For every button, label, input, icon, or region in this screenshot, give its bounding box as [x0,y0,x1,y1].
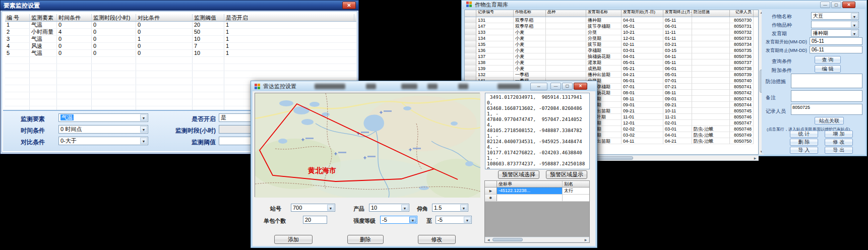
table-row[interactable]: 2小时雨量400501 [5,29,356,36]
column-header[interactable]: 时间条件 [57,14,92,21]
column-header[interactable]: 监测时段(小时) [92,14,136,21]
modify-button[interactable]: 修改 [418,235,456,244]
close-button[interactable]: ✕ [842,2,855,8]
measure-textarea[interactable] [791,74,862,88]
table-row[interactable]: 136小麦孕穗期03-0103-158050735 [465,47,758,53]
chevron-down-icon[interactable]: ▼ [140,114,147,121]
stage-start-input[interactable]: 05-11 [810,37,862,45]
grid-cell-alias[interactable]: 太行 [563,188,589,194]
grid-cell-empty[interactable] [563,195,589,201]
add-button[interactable]: 添加 [274,235,313,244]
stage-end-input[interactable]: 06-11 [810,46,862,53]
table-row[interactable]: 131双季早稻播种期04-0105-118050730 [465,17,758,23]
grid-row[interactable]: ▶ -45122.12238... 太行 [485,188,589,195]
variety-combo[interactable]: ▼ [811,21,859,28]
scroll-right-icon[interactable]: ▶ [583,237,589,242]
table-row[interactable]: 4风速00071 [5,43,356,50]
modify-button[interactable]: 修 改 [825,139,853,146]
scroll-left-icon[interactable]: ◀ [485,237,491,242]
chevron-down-icon[interactable]: ▼ [464,217,471,223]
table-row[interactable]: 137小麦抽穗扬花期04-0104-118050736 [465,53,758,59]
minimize-button[interactable]: — [820,2,830,8]
chevron-down-icon[interactable]: ▼ [140,126,147,133]
column-header[interactable]: 防治措施 [692,10,730,17]
compare-condition-combo[interactable]: 0-大于 ▼ [58,137,148,145]
table-empty-row[interactable] [5,57,356,64]
table-cell: 0 [57,36,92,42]
column-header[interactable]: 编 号 [5,14,30,21]
column-header[interactable]: 对比条件 [136,14,193,21]
area-select-button[interactable]: 预警区域选择 [498,170,539,179]
table-row[interactable]: 5气温000101 [5,50,356,57]
grid-horizontal-scrollbar[interactable]: ◀ ▶ [485,237,589,242]
column-header[interactable]: 作物名称 [514,10,546,17]
chevron-down-icon[interactable]: ▼ [460,205,467,211]
column-header[interactable]: 记录人员 [730,10,754,17]
scroll-right-icon[interactable]: ▶ [752,156,758,160]
crop-combo[interactable]: 大豆 ▼ [811,12,859,20]
time-condition-combo[interactable]: 0 时间点 ▼ [58,125,148,134]
stat-button[interactable]: 统 计 [790,131,818,138]
edit-button[interactable]: 编 辑 [815,65,841,73]
export-button[interactable]: 导 出 [825,147,853,154]
packet-count-input[interactable]: 20 [303,216,327,224]
chevron-down-icon[interactable]: ▼ [327,205,334,211]
element-combo[interactable]: 气温 ▼ [58,113,148,122]
table-row[interactable]: 135小麦拔节期02-1103-218050734 [465,41,758,47]
station-link-button[interactable]: 站点关联 [815,117,844,124]
chevron-down-icon[interactable]: ▼ [409,217,416,223]
column-header[interactable]: 记录编号 [476,10,514,17]
minimize-button[interactable]: — [550,83,561,90]
table-row[interactable]: 132一季稻播种出苗期04-2105-018050739 [465,72,758,78]
close-button[interactable]: ✕ [342,2,356,9]
stage-combo[interactable]: 播种期 ▼ [811,29,859,37]
column-header[interactable]: 是否开启 [224,14,354,21]
maximize-button[interactable]: ▢ [562,83,573,90]
coordinates-textarea[interactable]: 3491.0172034971, 905914.13179410, 63468.… [485,93,590,169]
close-button[interactable]: ✕ [574,83,587,90]
grid-cell-empty[interactable] [497,195,563,201]
column-header[interactable]: 发育期终止(月-日) [663,10,692,17]
table-row[interactable]: 147双季早稻拔节孕穗期05-0106-018050731 [465,23,758,29]
grid-cell-coords[interactable]: -45122.12238... [497,188,563,194]
add-button[interactable]: 增 加 [825,131,853,138]
column-header[interactable]: 监测要素 [30,14,57,21]
column-header[interactable]: 发育期开始(月-日) [622,10,663,17]
column-header[interactable]: 发育期名称 [586,10,622,17]
recorder-textarea[interactable]: 8050725 [791,104,862,115]
chevron-down-icon[interactable]: ▼ [851,30,858,36]
scrollbar-thumb[interactable] [492,238,523,241]
chevron-down-icon[interactable]: ▼ [140,138,147,144]
title-bar[interactable]: 作物生育期库 [462,1,866,9]
column-header[interactable]: 监测阈值 [193,14,224,21]
table-row[interactable]: 138小麦灌浆期05-0105-118050737 [465,59,758,66]
table-empty-row[interactable] [5,64,356,71]
query-button[interactable]: 查 询 [815,56,841,64]
warning-area-map[interactable]: 黄北海市 [255,93,480,197]
swap-button[interactable]: ⇔ [530,83,547,90]
grid-new-row[interactable]: ✱ [485,195,589,202]
intensity-combo[interactable]: -5 ▼ [380,216,417,224]
note-textarea[interactable] [791,90,862,102]
table-row[interactable]: 134小麦分蘖期12-0101-118050733 [465,35,758,41]
table-cell [136,92,193,99]
delete-button[interactable]: 删 除 [790,139,818,146]
delete-button[interactable]: 删除 [347,235,384,244]
import-button[interactable]: 导 入 [790,147,818,154]
product-combo[interactable]: 10 ▼ [369,204,409,212]
column-header[interactable]: 品种 [546,10,586,17]
table-row[interactable]: 1气温000201 [5,22,356,29]
table-row[interactable]: 3气温001101 [5,36,356,43]
maximize-button[interactable]: ▢ [831,2,841,8]
station-combo[interactable]: 700 ▼ [291,204,335,212]
elevation-combo[interactable]: 1.5 ▼ [432,204,468,212]
intensity-to-combo[interactable]: -5 ▼ [436,216,472,224]
chevron-down-icon[interactable]: ▼ [851,13,858,19]
table-empty-row[interactable] [5,71,356,78]
table-row[interactable]: 139小麦成熟期05-2106-018050738 [465,66,758,72]
area-show-button[interactable]: 预警区域显示 [546,170,587,179]
chevron-down-icon[interactable]: ▼ [401,205,408,211]
title-bar[interactable]: 要素监控设置 [1,1,358,11]
table-row[interactable]: 133小麦分蘖10-2111-118050732 [465,29,758,35]
chevron-down-icon[interactable]: ▼ [851,22,858,27]
